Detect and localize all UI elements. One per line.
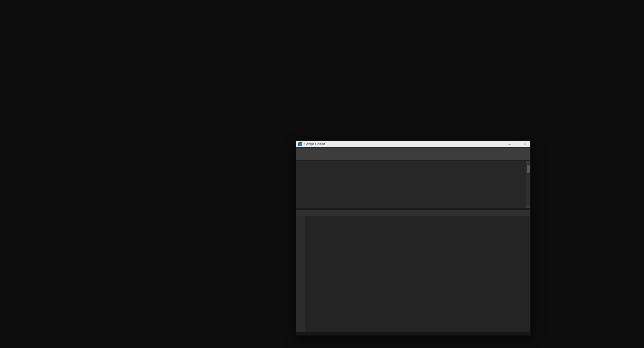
title-bar[interactable]: Script Editor – □ ×	[296, 141, 530, 147]
menu-bar	[296, 147, 530, 153]
code-input-pane[interactable]	[296, 216, 530, 332]
script-editor-window: Script Editor – □ ×	[296, 141, 530, 335]
code-editor[interactable]	[305, 216, 530, 332]
scroll-down-icon[interactable]	[526, 205, 530, 208]
history-scrollbar[interactable]	[526, 161, 530, 208]
minimize-button[interactable]: –	[506, 141, 513, 147]
line-number-gutter	[296, 216, 305, 332]
window-title: Script Editor	[304, 142, 506, 146]
app-icon	[298, 142, 302, 146]
history-output	[296, 161, 530, 162]
toolbar	[296, 153, 530, 161]
maximize-button[interactable]: □	[513, 141, 521, 147]
scroll-up-icon[interactable]	[526, 161, 530, 164]
window-bottom-edge	[296, 332, 530, 335]
history-pane[interactable]	[296, 161, 530, 208]
tab-bar	[296, 210, 530, 216]
scrollbar-thumb[interactable]	[527, 165, 530, 173]
close-button[interactable]: ×	[521, 141, 528, 147]
